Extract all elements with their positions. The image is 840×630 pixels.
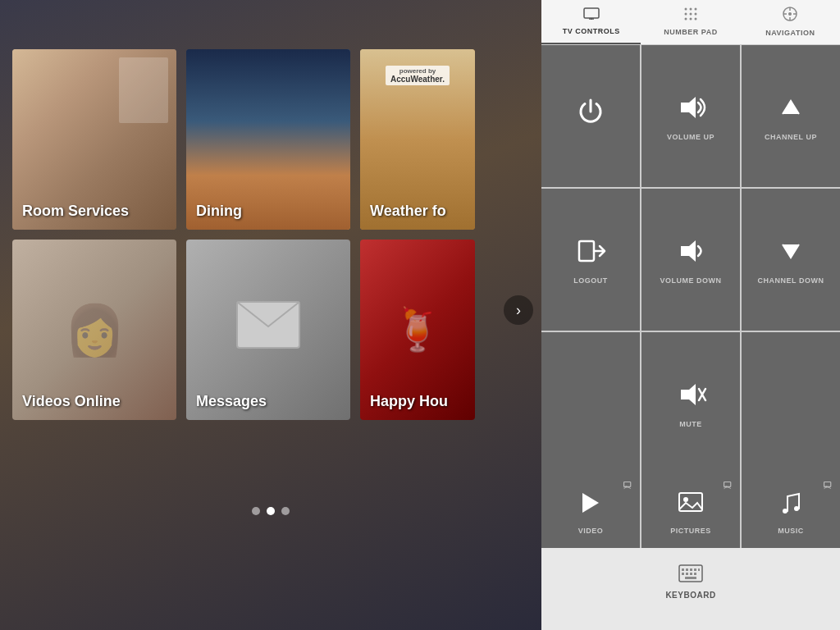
mute-label: MUTE	[679, 420, 702, 428]
messages-label: Messages	[196, 393, 267, 410]
keyboard-button[interactable]: KEYBOARD	[665, 564, 715, 600]
svg-rect-26	[624, 482, 631, 487]
volume-up-label: VOLUME UP	[667, 133, 714, 141]
svg-point-33	[794, 506, 799, 511]
logout-label: LOGOUT	[573, 276, 608, 285]
navigation-icon	[782, 6, 798, 26]
video-cast-icon	[623, 479, 635, 493]
svg-point-5	[689, 8, 692, 11]
svg-point-8	[689, 13, 692, 16]
tab-number-pad[interactable]: NUMBER PAD	[641, 0, 740, 44]
video-cast-button[interactable]: VIDEO	[541, 474, 640, 548]
channel-down-button[interactable]: CHANNEL DOWN	[742, 189, 840, 331]
empty-1	[541, 332, 640, 474]
left-panel: Wednesday, 30 July 2014 11:39:46 Room Se…	[0, 0, 541, 630]
happy-hour-label: Happy Hou	[370, 393, 448, 410]
accu-label: powered by AccuWeather.	[386, 66, 450, 85]
keyboard-icon	[678, 564, 703, 587]
cast-row: VIDEO PICTURES	[541, 474, 840, 548]
dot-2[interactable]	[267, 507, 275, 515]
volume-down-button[interactable]: VOLUME DOWN	[641, 189, 740, 331]
grid-item-dining[interactable]: Dining	[186, 49, 350, 230]
svg-rect-42	[690, 573, 692, 575]
channel-up-icon	[774, 91, 807, 129]
svg-point-14	[788, 12, 792, 16]
channel-up-button[interactable]: CHANNEL UP	[742, 45, 840, 187]
svg-rect-38	[694, 568, 696, 571]
grid-row-2: 👩 Videos Online Messages 🍹 Hap	[12, 240, 529, 420]
music-cast-icon	[824, 479, 835, 493]
video-icon	[576, 488, 605, 523]
empty-2	[742, 332, 840, 474]
grid-row-1: Room Services Dining powered by AccuWeat…	[12, 49, 529, 230]
channel-down-icon	[774, 235, 807, 272]
svg-point-30	[683, 497, 688, 502]
svg-rect-20	[579, 241, 594, 261]
numpad-icon	[683, 7, 698, 25]
volume-down-label: VOLUME DOWN	[660, 276, 722, 285]
volume-up-icon	[674, 91, 707, 129]
logout-icon	[574, 235, 607, 272]
grid-item-messages[interactable]: Messages	[186, 240, 350, 420]
weather-label: Weather fo	[370, 203, 446, 220]
videos-label: Videos Online	[22, 393, 121, 410]
volume-up-button[interactable]: VOLUME UP	[641, 45, 740, 187]
dot-3[interactable]	[281, 507, 290, 515]
video-label: VIDEO	[578, 527, 604, 535]
channel-down-label: CHANNEL DOWN	[758, 276, 824, 285]
tab-number-pad-label: NUMBER PAD	[664, 28, 717, 36]
tab-tv-controls[interactable]: TV CONTROLS	[541, 0, 641, 44]
dot-1[interactable]	[252, 507, 260, 515]
volume-down-icon	[674, 235, 707, 272]
music-label: MUSIC	[778, 527, 804, 535]
svg-rect-31	[824, 482, 831, 487]
music-icon	[776, 488, 806, 523]
svg-rect-1	[584, 8, 599, 18]
pictures-cast-button[interactable]: PICTURES	[641, 474, 740, 548]
svg-marker-23	[681, 384, 696, 405]
pictures-icon	[676, 488, 705, 523]
svg-point-11	[689, 18, 692, 21]
dining-label: Dining	[196, 203, 242, 220]
music-cast-button[interactable]: MUSIC	[742, 474, 840, 548]
svg-marker-22	[681, 240, 696, 262]
svg-rect-43	[694, 573, 696, 575]
grid-item-room-services[interactable]: Room Services	[12, 49, 176, 230]
room-services-label: Room Services	[22, 203, 129, 220]
svg-point-12	[694, 18, 696, 21]
grid-item-videos[interactable]: 👩 Videos Online	[12, 240, 176, 420]
svg-point-9	[694, 13, 696, 16]
tab-navigation-label: NAVIGATION	[765, 29, 815, 37]
channel-up-label: CHANNEL UP	[765, 133, 817, 141]
svg-point-6	[694, 8, 696, 11]
grid-item-weather[interactable]: powered by AccuWeather. Weather fo	[360, 49, 475, 230]
svg-rect-44	[685, 577, 696, 579]
tv-icon	[583, 7, 600, 25]
power-button[interactable]	[541, 45, 640, 187]
svg-rect-41	[686, 573, 688, 575]
pictures-label: PICTURES	[670, 527, 711, 535]
pictures-cast-icon	[724, 479, 735, 493]
carousel-next-arrow[interactable]: ›	[504, 295, 533, 325]
keyboard-label: KEYBOARD	[665, 591, 715, 600]
grid-item-happy-hour[interactable]: 🍹 Happy Hou	[360, 240, 475, 420]
right-panel: TV CONTROLS NUMBER PAD	[541, 0, 840, 630]
mute-icon	[674, 378, 707, 416]
svg-rect-36	[686, 568, 688, 571]
svg-rect-28	[724, 482, 731, 487]
controls-grid: VOLUME UP CHANNEL UP LOGOUT	[541, 45, 840, 474]
bottom-section: KEYBOARD	[541, 548, 840, 630]
power-icon	[574, 95, 607, 133]
tab-bar: TV CONTROLS NUMBER PAD	[541, 0, 840, 45]
mute-button[interactable]: MUTE	[641, 332, 740, 474]
svg-marker-27	[582, 493, 599, 513]
svg-rect-37	[690, 568, 692, 571]
logout-button[interactable]: LOGOUT	[541, 189, 640, 331]
svg-point-4	[684, 8, 687, 11]
svg-rect-35	[682, 568, 684, 571]
envelope-icon	[235, 300, 301, 349]
tab-navigation[interactable]: NAVIGATION	[741, 0, 840, 44]
pagination	[0, 507, 541, 515]
svg-marker-19	[681, 97, 696, 118]
svg-point-10	[684, 18, 687, 21]
